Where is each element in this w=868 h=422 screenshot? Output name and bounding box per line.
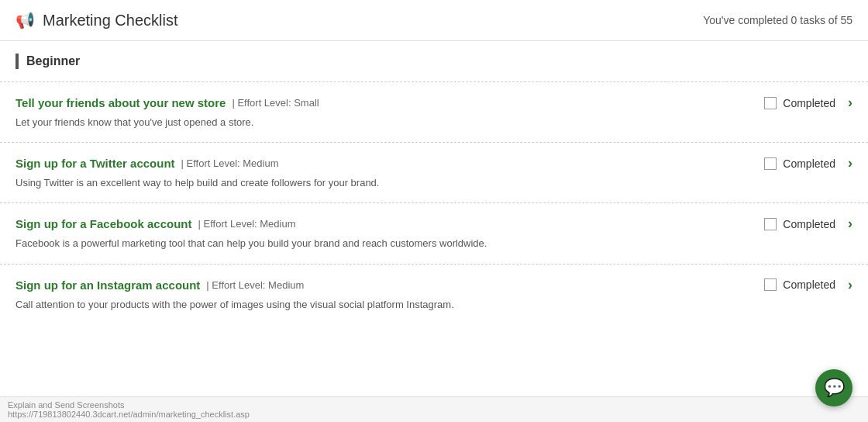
item-description-instagram: Call attention to your products with the… bbox=[16, 298, 852, 312]
item-row-facebook: Sign up for a Facebook account | Effort … bbox=[16, 216, 852, 232]
section-title: Beginner bbox=[26, 54, 80, 68]
item-row-friends: Tell your friends about your new store |… bbox=[16, 95, 852, 111]
item-description-twitter: Using Twitter is an excellent way to hel… bbox=[16, 176, 852, 190]
completed-area-instagram[interactable]: Completed bbox=[764, 278, 835, 291]
megaphone-icon: 📢 bbox=[16, 11, 35, 29]
progress-text: You've completed 0 tasks of 55 bbox=[703, 14, 852, 26]
item-effort-twitter: | Effort Level: Medium bbox=[181, 157, 279, 169]
item-row-instagram: Sign up for an Instagram account | Effor… bbox=[16, 277, 852, 293]
item-right-friends: Completed › bbox=[728, 95, 852, 111]
completed-label-instagram: Completed bbox=[783, 278, 835, 291]
checklist-item-facebook[interactable]: Sign up for a Facebook account | Effort … bbox=[0, 202, 868, 263]
item-description-friends: Let your friends know that you've just o… bbox=[16, 116, 852, 130]
checklist-item-instagram[interactable]: Sign up for an Instagram account | Effor… bbox=[0, 264, 868, 324]
completed-checkbox-twitter[interactable] bbox=[764, 157, 777, 170]
section-header: Beginner bbox=[0, 41, 868, 81]
completed-label-friends: Completed bbox=[783, 97, 835, 109]
title-area: 📢 Marketing Checklist bbox=[16, 11, 178, 29]
item-title-area-instagram: Sign up for an Instagram account | Effor… bbox=[16, 278, 304, 292]
page-header: 📢 Marketing Checklist You've completed 0… bbox=[0, 0, 868, 41]
completed-area-friends[interactable]: Completed bbox=[764, 97, 835, 109]
checklist-container: Tell your friends about your new store |… bbox=[0, 81, 868, 324]
item-effort-facebook: | Effort Level: Medium bbox=[198, 218, 296, 230]
item-title-friends: Tell your friends about your new store bbox=[16, 96, 226, 109]
item-title-instagram: Sign up for an Instagram account bbox=[16, 278, 200, 292]
item-title-twitter: Sign up for a Twitter account bbox=[16, 157, 175, 170]
item-effort-friends: | Effort Level: Small bbox=[232, 97, 319, 109]
chevron-right-icon-instagram: › bbox=[848, 277, 852, 293]
item-right-instagram: Completed › bbox=[728, 277, 852, 293]
completed-label-facebook: Completed bbox=[783, 218, 835, 230]
item-description-facebook: Facebook is a powerful marketing tool th… bbox=[16, 237, 852, 251]
item-title-facebook: Sign up for a Facebook account bbox=[16, 217, 192, 230]
item-right-facebook: Completed › bbox=[728, 216, 852, 232]
completed-area-facebook[interactable]: Completed bbox=[764, 218, 835, 230]
page-title: Marketing Checklist bbox=[43, 12, 178, 29]
completed-checkbox-instagram[interactable] bbox=[764, 278, 777, 291]
item-right-twitter: Completed › bbox=[728, 155, 852, 171]
completed-checkbox-facebook[interactable] bbox=[764, 218, 777, 230]
completed-label-twitter: Completed bbox=[783, 157, 835, 170]
item-title-area-twitter: Sign up for a Twitter account | Effort L… bbox=[16, 157, 279, 170]
completed-area-twitter[interactable]: Completed bbox=[764, 157, 835, 170]
chevron-right-icon-twitter: › bbox=[848, 155, 852, 171]
completed-checkbox-friends[interactable] bbox=[764, 97, 777, 109]
section-divider-icon bbox=[16, 54, 19, 69]
checklist-item-friends[interactable]: Tell your friends about your new store |… bbox=[0, 81, 868, 142]
chevron-right-icon-facebook: › bbox=[848, 216, 852, 232]
item-title-area-friends: Tell your friends about your new store |… bbox=[16, 96, 319, 109]
chevron-right-icon-friends: › bbox=[848, 95, 852, 111]
item-row-twitter: Sign up for a Twitter account | Effort L… bbox=[16, 155, 852, 171]
item-title-area-facebook: Sign up for a Facebook account | Effort … bbox=[16, 217, 296, 230]
item-effort-instagram: | Effort Level: Medium bbox=[206, 279, 304, 291]
checklist-item-twitter[interactable]: Sign up for a Twitter account | Effort L… bbox=[0, 142, 868, 202]
